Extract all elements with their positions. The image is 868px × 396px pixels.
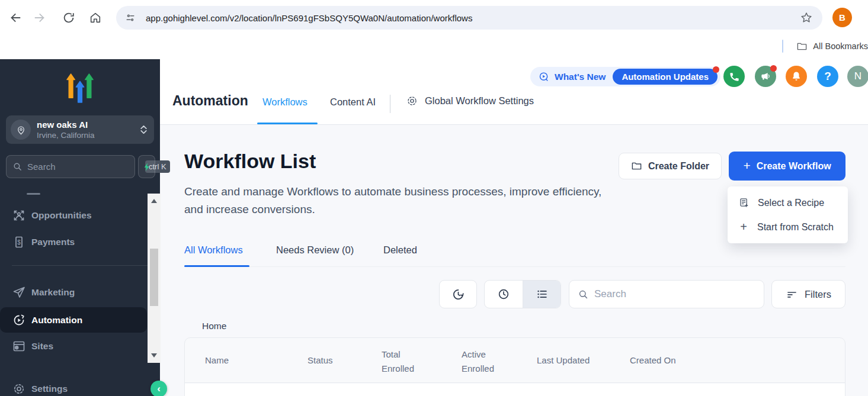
sidebar-item-label: Sites bbox=[31, 341, 53, 352]
bookmarks-separator bbox=[782, 40, 783, 53]
tab-all-workflows[interactable]: All Workflows bbox=[184, 244, 243, 256]
scroll-up-arrow-icon[interactable] bbox=[151, 199, 157, 203]
enrollment-history-button[interactable] bbox=[439, 280, 477, 308]
scroll-down-arrow-icon[interactable] bbox=[151, 353, 157, 358]
sidebar-divider bbox=[12, 265, 148, 266]
sidebar-item-settings[interactable]: Settings bbox=[0, 379, 147, 396]
menu-item-label: Select a Recipe bbox=[758, 198, 824, 208]
filters-button[interactable]: Filters bbox=[771, 280, 845, 308]
scrollbar-thumb[interactable] bbox=[150, 249, 158, 306]
whats-new-label: What's New bbox=[555, 72, 606, 82]
notifications-bell-button[interactable] bbox=[786, 66, 807, 87]
sidebar-item-marketing[interactable]: Marketing bbox=[0, 283, 147, 302]
tab-deleted[interactable]: Deleted bbox=[383, 244, 417, 256]
page-description: Create and manage Workflows to automate … bbox=[184, 183, 602, 218]
sidebar-collapse-button[interactable]: ‹ bbox=[150, 381, 167, 396]
opportunities-icon bbox=[12, 208, 26, 223]
automation-updates-label: Automation Updates bbox=[622, 72, 709, 82]
sidebar-scrollbar[interactable] bbox=[148, 194, 161, 363]
tabs-baseline bbox=[184, 266, 845, 267]
menu-item-label: Start from Scratch bbox=[757, 222, 834, 233]
recipe-icon bbox=[738, 197, 750, 208]
create-workflow-button[interactable]: + Create Workflow bbox=[729, 152, 845, 181]
sidebar-item-opportunities[interactable]: Opportunities bbox=[0, 206, 147, 225]
url-input[interactable] bbox=[143, 13, 800, 23]
browser-profile-avatar[interactable]: B bbox=[832, 8, 852, 27]
clipped-menu-item-icon bbox=[27, 193, 40, 195]
tab-needs-review[interactable]: Needs Review (0) bbox=[276, 244, 354, 256]
tab-content-ai[interactable]: Content AI bbox=[330, 96, 376, 108]
all-bookmarks-label[interactable]: All Bookmarks bbox=[813, 41, 868, 51]
settings-gear-icon bbox=[12, 382, 26, 396]
bookmarks-bar: All Bookmarks bbox=[782, 36, 868, 57]
column-header-total-enrolled[interactable]: Total Enrolled bbox=[382, 347, 423, 376]
chevron-up-down-icon bbox=[140, 125, 147, 134]
global-workflow-settings[interactable]: Global Workflow Settings bbox=[406, 95, 534, 107]
plus-icon: + bbox=[738, 220, 749, 234]
sidebar-item-sites[interactable]: Sites bbox=[0, 337, 147, 356]
workflow-search-input[interactable] bbox=[594, 288, 764, 300]
site-info-icon[interactable] bbox=[124, 12, 136, 24]
sidebar-search[interactable]: ctrl K bbox=[6, 155, 135, 178]
help-button[interactable]: ? bbox=[817, 66, 838, 87]
create-folder-label: Create Folder bbox=[648, 161, 709, 172]
location-switcher[interactable]: new oaks AI Irvine, California bbox=[6, 115, 154, 144]
create-workflow-menu: Select a Recipe + Start from Scratch bbox=[728, 186, 848, 243]
active-tab-underline bbox=[257, 123, 318, 124]
automation-updates-badge[interactable]: Automation Updates bbox=[613, 69, 718, 85]
tab-workflows[interactable]: Workflows bbox=[262, 96, 308, 108]
refresh-icon[interactable] bbox=[62, 11, 75, 24]
sidebar-item-label: Automation bbox=[31, 315, 82, 326]
sites-icon bbox=[12, 339, 26, 353]
notification-dot bbox=[713, 66, 719, 73]
search-icon bbox=[12, 162, 23, 172]
plus-icon: + bbox=[743, 159, 750, 173]
sidebar: new oaks AI Irvine, California ctrl K Op… bbox=[0, 59, 160, 396]
sidebar-item-label: Settings bbox=[31, 384, 68, 394]
sidebar-item-payments[interactable]: $ Payments bbox=[0, 233, 147, 252]
search-icon bbox=[578, 289, 589, 300]
workflow-list-page: Workflow List Create and manage Workflow… bbox=[160, 125, 868, 396]
create-folder-button[interactable]: Create Folder bbox=[619, 153, 722, 179]
notification-dot bbox=[770, 65, 777, 72]
sidebar-item-label: Marketing bbox=[31, 287, 75, 298]
section-title: Automation bbox=[172, 93, 248, 109]
header-divider bbox=[390, 95, 390, 113]
browser-toolbar: B All Bookmarks bbox=[0, 0, 868, 59]
user-avatar[interactable]: N bbox=[847, 66, 868, 87]
phone-button[interactable] bbox=[723, 66, 745, 87]
column-header-last-updated[interactable]: Last Updated bbox=[537, 355, 590, 365]
home-icon[interactable] bbox=[89, 11, 102, 24]
table-header-row: Name Status Total Enrolled Active Enroll… bbox=[185, 338, 845, 383]
sidebar-search-input[interactable] bbox=[27, 162, 145, 172]
whats-new-pill[interactable]: What's New Automation Updates bbox=[530, 67, 720, 86]
create-workflow-label: Create Workflow bbox=[757, 161, 831, 172]
quick-actions-button[interactable] bbox=[138, 155, 155, 178]
page-title: Workflow List bbox=[184, 150, 316, 173]
sidebar-item-automation[interactable]: Automation bbox=[0, 307, 147, 333]
workflow-search[interactable] bbox=[569, 280, 764, 308]
lightning-bolt-icon bbox=[142, 162, 152, 172]
whats-new-icon bbox=[538, 71, 550, 83]
location-name: new oaks AI bbox=[37, 120, 95, 130]
announcements-button[interactable] bbox=[755, 66, 776, 87]
folder-icon bbox=[796, 41, 808, 52]
column-header-created-on[interactable]: Created On bbox=[630, 355, 676, 365]
column-header-active-enrolled[interactable]: Active Enrolled bbox=[462, 347, 503, 376]
column-header-status[interactable]: Status bbox=[308, 355, 333, 365]
workflow-table: Name Status Total Enrolled Active Enroll… bbox=[184, 337, 845, 396]
back-icon[interactable] bbox=[9, 11, 22, 24]
gohighlevel-logo-icon bbox=[66, 73, 94, 103]
column-header-name[interactable]: Name bbox=[205, 355, 229, 365]
url-bar[interactable] bbox=[116, 6, 822, 30]
list-view-toggle[interactable] bbox=[523, 281, 560, 308]
bookmark-star-icon[interactable] bbox=[800, 11, 813, 24]
breadcrumb[interactable]: Home bbox=[202, 321, 226, 331]
menu-item-select-recipe[interactable]: Select a Recipe bbox=[728, 191, 848, 215]
view-toggle bbox=[484, 280, 561, 308]
forward-icon[interactable] bbox=[33, 11, 46, 24]
main-area: What's New Automation Updates ? N Automa… bbox=[160, 59, 868, 396]
menu-item-start-from-scratch[interactable]: + Start from Scratch bbox=[728, 215, 848, 239]
app-header: What's New Automation Updates ? N Automa… bbox=[160, 59, 868, 125]
time-view-toggle[interactable] bbox=[485, 281, 523, 308]
